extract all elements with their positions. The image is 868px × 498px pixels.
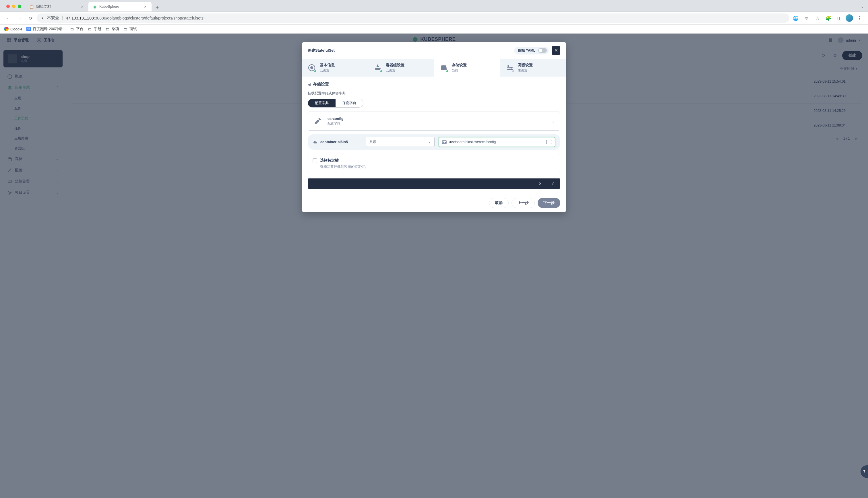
svg-point-26 xyxy=(509,69,510,70)
container-label: container-ai6io5 xyxy=(313,140,362,145)
svg-rect-18 xyxy=(377,65,378,66)
modal-overlay: 创建StatefulSet 编辑 YAML ✕ 基本信息 已设置 xyxy=(0,34,868,498)
pill-configmap[interactable]: 配置字典 xyxy=(308,99,336,107)
next-button[interactable]: 下一步 xyxy=(537,198,560,208)
pill-tabs: 配置字典 保密字典 xyxy=(308,99,363,108)
bookmark-folder-platform[interactable]: 🗀 平台 xyxy=(70,26,83,31)
bookmark-baidu[interactable]: 译 百度翻译-200种语... xyxy=(26,26,66,31)
modal-title: 创建StatefulSet xyxy=(308,48,335,53)
svg-rect-27 xyxy=(314,141,315,142)
section-label: 挂载配置字典或保密字典 xyxy=(308,91,560,96)
key-select-card: 选择特定键 选择需要挂载到容器的特定键。 xyxy=(308,154,560,173)
window-maximize[interactable] xyxy=(18,4,21,8)
docker-icon xyxy=(313,140,318,145)
tab-close-icon[interactable]: × xyxy=(80,4,85,9)
select-keys-checkbox[interactable] xyxy=(313,158,317,163)
create-statefulset-modal: 创建StatefulSet 编辑 YAML ✕ 基本信息 已设置 xyxy=(302,42,566,212)
yaml-toggle[interactable]: 编辑 YAML xyxy=(514,47,549,54)
insecure-icon: ▲ xyxy=(41,16,44,20)
key-select-title: 选择特定键 xyxy=(320,158,339,163)
tab-title: KubeSphere xyxy=(99,4,141,9)
step-pod-settings[interactable]: 容器组设置 已设置 xyxy=(368,59,434,77)
google-icon xyxy=(4,27,9,31)
window-controls xyxy=(2,1,25,12)
tab-row: 📋 编辑文档 × ◉ KubeSphere × + ⌄ xyxy=(0,0,868,12)
tab-favicon-doc-icon: 📋 xyxy=(29,4,34,9)
keyboard-icon xyxy=(546,140,552,144)
step-storage-settings[interactable]: 存储设置 当前 xyxy=(434,59,500,77)
profile-avatar[interactable] xyxy=(846,14,853,22)
hammer-icon xyxy=(313,116,324,126)
prev-button[interactable]: 上一步 xyxy=(511,198,535,208)
svg-rect-17 xyxy=(378,66,379,67)
back-arrow-icon[interactable]: ◀ xyxy=(308,82,311,87)
folder-icon: 🗀 xyxy=(70,27,74,31)
confirm-cancel-button[interactable]: ✕ xyxy=(537,181,544,186)
toggle-switch xyxy=(538,48,547,53)
mount-mode-select[interactable]: 只读 ⌄ xyxy=(366,137,435,147)
info-icon xyxy=(307,63,316,72)
svg-point-24 xyxy=(508,65,509,67)
folder-icon: 🗀 xyxy=(105,27,110,31)
browser-tab-2[interactable]: ◉ KubeSphere × xyxy=(88,2,152,12)
chevron-down-icon: ⌄ xyxy=(552,119,555,123)
address-row: ← → ⟳ ▲ 不安全 | 47.103.131.208:30880/golan… xyxy=(0,12,868,25)
folder-icon: 🗀 xyxy=(88,27,92,31)
folder-icon: 🗀 xyxy=(123,27,128,31)
container-icon xyxy=(373,63,382,72)
kebab-menu-icon[interactable]: ⋮ xyxy=(855,13,864,23)
browser-chrome: 📋 编辑文档 × ◉ KubeSphere × + ⌄ xyxy=(0,0,868,12)
path-icon xyxy=(442,140,447,145)
svg-point-15 xyxy=(311,67,313,69)
window-close[interactable] xyxy=(6,4,10,8)
chevron-down-icon: ⌄ xyxy=(428,140,431,144)
bookmark-folder-manual[interactable]: 🗀 手册 xyxy=(88,26,101,31)
svg-rect-16 xyxy=(377,66,378,67)
disk-icon xyxy=(439,63,448,72)
modal-close-button[interactable]: ✕ xyxy=(552,46,560,55)
config-type: 配置字典 xyxy=(327,121,344,126)
svg-point-20 xyxy=(445,69,446,69)
mount-row: container-ai6io5 只读 ⌄ xyxy=(308,134,560,150)
configmap-selector[interactable]: es-config 配置字典 ⌄ xyxy=(308,112,560,131)
address-bar[interactable]: ▲ 不安全 | 47.103.131.208:30880/golangblogs… xyxy=(37,13,789,23)
bookmark-bar: Google 译 百度翻译-200种语... 🗀 平台 🗀 手册 🗀 杂项 🗀 … xyxy=(0,25,868,34)
bookmark-google[interactable]: Google xyxy=(4,27,22,31)
sidepanel-icon[interactable]: ◫ xyxy=(835,13,844,23)
tab-close-icon[interactable]: × xyxy=(143,4,147,9)
bookmark-folder-misc[interactable]: 🗀 杂项 xyxy=(105,26,119,31)
extensions-icon[interactable]: 🧩 xyxy=(824,13,833,23)
translate-icon[interactable]: 🌐 xyxy=(791,13,800,23)
nav-forward-button[interactable]: → xyxy=(15,13,24,23)
new-tab-button[interactable]: + xyxy=(153,3,161,12)
nav-reload-button[interactable]: ⟳ xyxy=(26,13,35,23)
config-name: es-config xyxy=(327,117,344,121)
tab-dropdown-icon[interactable]: ⌄ xyxy=(860,4,864,9)
browser-tab-1[interactable]: 📋 编辑文档 × xyxy=(25,2,88,12)
section-header: ◀ 存储设置 xyxy=(308,82,560,87)
url-text: 47.103.131.208:30880/golangblogs/cluster… xyxy=(66,16,204,21)
nav-back-button[interactable]: ← xyxy=(4,13,13,23)
svg-rect-28 xyxy=(315,141,316,142)
bookmark-folder-interview[interactable]: 🗀 面试 xyxy=(123,26,137,31)
cancel-button[interactable]: 取消 xyxy=(489,198,509,208)
mount-path-field[interactable] xyxy=(439,137,555,147)
pill-secret[interactable]: 保密字典 xyxy=(336,99,363,107)
modal-footer: 取消 上一步 下一步 xyxy=(302,194,566,212)
window-minimize[interactable] xyxy=(12,4,15,8)
tab-title: 编辑文档 xyxy=(36,4,78,9)
svg-point-25 xyxy=(511,67,512,68)
bookmark-star-icon[interactable]: ☆ xyxy=(813,13,822,23)
security-label: 不安全 xyxy=(47,15,59,21)
key-select-sub: 选择需要挂载到容器的特定键。 xyxy=(320,165,555,169)
confirm-ok-button[interactable]: ✓ xyxy=(549,181,556,186)
tab-favicon-ks-icon: ◉ xyxy=(92,4,97,9)
share-icon[interactable]: ⎋ xyxy=(802,13,811,23)
confirm-bar: ✕ ✓ xyxy=(308,179,560,189)
app-background: 平台管理 工作台 KUBESPHERE admin ▼ shop 电 xyxy=(0,34,868,498)
step-advanced-settings[interactable]: 高级设置 未设置 xyxy=(500,59,566,77)
step-basic-info[interactable]: 基本信息 已设置 xyxy=(302,59,368,77)
mount-path-input[interactable] xyxy=(449,140,544,144)
baidu-icon: 译 xyxy=(26,27,31,31)
sliders-icon xyxy=(505,63,514,72)
